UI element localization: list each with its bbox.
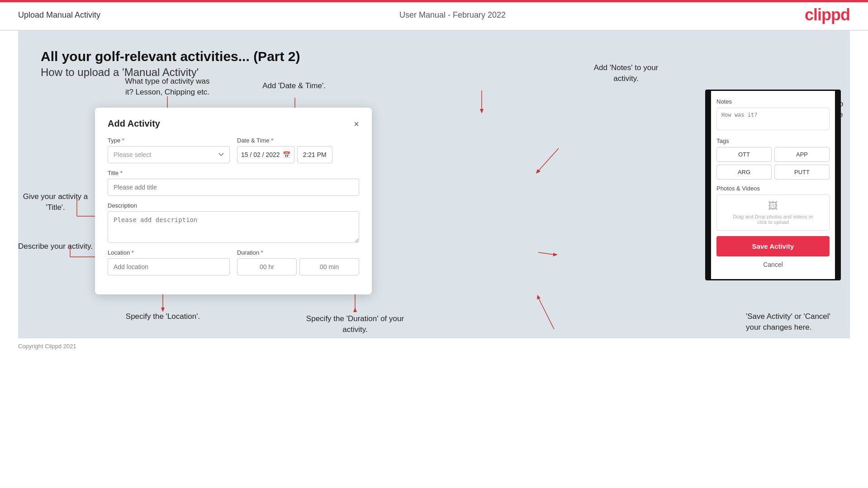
upload-text2: click to upload (757, 219, 789, 225)
location-label: Location * (108, 249, 230, 256)
tags-label: Tags (716, 137, 830, 144)
phone-inner: Notes Tags OTT APP ARG PUTT Photos & Vid… (711, 91, 835, 279)
svg-line-21 (538, 298, 554, 329)
upload-text1: Drag and Drop photos and videos or (733, 214, 813, 219)
logo: clippd (805, 5, 850, 24)
footer: Copyright Clippd 2021 (0, 338, 868, 354)
phone-border-right (835, 91, 840, 279)
upload-icon: 🖼 (768, 200, 778, 212)
duration-label: Duration * (237, 249, 359, 256)
calendar-icon: 📅 (283, 151, 290, 158)
svg-marker-22 (537, 295, 541, 299)
page-title: All your golf-relevant activities... (Pa… (41, 49, 827, 64)
cancel-button[interactable]: Cancel (716, 261, 830, 272)
form-group-datetime: Date & Time * 15 / 02 / 2022 📅 2:21 PM (237, 137, 359, 163)
document-title: User Manual - February 2022 (399, 10, 506, 20)
type-label: Type * (108, 137, 230, 144)
tag-arg[interactable]: ARG (716, 165, 772, 180)
dialog-title: Add Activity (108, 118, 160, 129)
form-row-description: Description (108, 202, 359, 243)
form-row-title: Title * (108, 170, 359, 196)
dialog-header: Add Activity × (108, 118, 359, 129)
top-bar: Upload Manual Activity User Manual - Feb… (0, 0, 868, 31)
duration-min-input[interactable] (299, 258, 359, 275)
copyright: Copyright Clippd 2021 (18, 343, 76, 350)
top-accent (0, 0, 868, 2)
save-activity-button[interactable]: Save Activity (716, 236, 830, 256)
tag-putt[interactable]: PUTT (774, 165, 830, 180)
form-group-duration: Duration * (237, 249, 359, 275)
svg-marker-20 (553, 253, 558, 256)
datetime-label: Date & Time * (237, 137, 359, 144)
phone-panel: Notes Tags OTT APP ARG PUTT Photos & Vid… (705, 90, 841, 280)
tag-app[interactable]: APP (774, 147, 830, 162)
close-button[interactable]: × (354, 119, 359, 128)
svg-line-19 (538, 252, 554, 255)
tag-ott[interactable]: OTT (716, 147, 772, 162)
upload-area[interactable]: 🖼 Drag and Drop photos and videos or cli… (716, 194, 830, 231)
svg-line-17 (538, 148, 559, 171)
svg-marker-14 (353, 308, 357, 312)
tags-grid: OTT APP ARG PUTT (716, 147, 830, 180)
form-group-location: Location * (108, 249, 230, 275)
annotation-location: Specify the 'Location'. (122, 311, 204, 322)
form-group-type: Type * Please select (108, 137, 230, 163)
form-row-type-datetime: Type * Please select Date & Time * 15 / … (108, 137, 359, 163)
page-title-header: Upload Manual Activity (18, 10, 100, 20)
type-select[interactable]: Please select (108, 146, 230, 163)
main-content: All your golf-relevant activities... (Pa… (18, 31, 850, 338)
form-row-location-duration: Location * Duration * (108, 249, 359, 275)
date-input[interactable]: 15 / 02 / 2022 📅 (237, 146, 294, 163)
title-label: Title * (108, 170, 359, 176)
annotation-notes: Add 'Notes' to your activity. (581, 62, 671, 84)
description-textarea[interactable] (108, 211, 359, 243)
form-group-title: Title * (108, 170, 359, 196)
title-input[interactable] (108, 179, 359, 196)
add-activity-dialog: Add Activity × Type * Please select Date… (95, 108, 372, 294)
notes-textarea[interactable] (716, 108, 830, 130)
description-label: Description (108, 202, 359, 209)
duration-hr-input[interactable] (237, 258, 297, 275)
duration-inputs (237, 258, 359, 275)
annotation-type: What type of activity was it? Lesson, Ch… (122, 76, 213, 98)
date-value: 15 / 02 / 2022 (241, 151, 280, 158)
location-input[interactable] (108, 258, 230, 275)
phone-border-left (707, 91, 711, 279)
annotation-save: 'Save Activity' or 'Cancel' your changes… (746, 311, 845, 333)
annotation-duration: Specify the 'Duration' of your activity. (301, 313, 409, 335)
time-input[interactable]: 2:21 PM (297, 146, 332, 163)
annotation-datetime: Add 'Date & Time'. (258, 81, 330, 91)
annotation-title: Give your activity a 'Title'. (18, 191, 93, 213)
datetime-inputs: 15 / 02 / 2022 📅 2:21 PM (237, 146, 359, 163)
annotation-description: Describe your activity. (18, 241, 93, 252)
notes-label: Notes (716, 98, 830, 105)
form-group-description: Description (108, 202, 359, 243)
photos-label: Photos & Videos (716, 185, 830, 192)
svg-marker-18 (536, 169, 541, 174)
svg-marker-16 (480, 109, 484, 114)
